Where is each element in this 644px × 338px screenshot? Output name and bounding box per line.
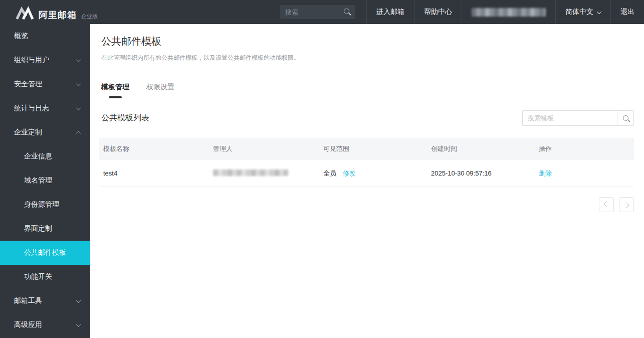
sidebar-item-label: 概览 <box>14 32 28 41</box>
chevron-down-icon <box>76 81 81 86</box>
col-header-manager: 管理人 <box>209 144 319 153</box>
section-title: 公共模板列表 <box>101 113 149 123</box>
search-icon[interactable] <box>344 9 349 14</box>
tab-label: 权限设置 <box>146 83 174 91</box>
chevron-down-icon <box>76 322 81 327</box>
sidebar-item-label: 邮箱工具 <box>14 296 42 305</box>
col-header-visibility: 可见范围 <box>319 144 427 153</box>
delete-link[interactable]: 删除 <box>539 170 552 177</box>
account-name-redacted <box>472 8 546 17</box>
tab-bar: 模板管理 权限设置 <box>90 70 644 98</box>
sidebar-item-label: 组织与用户 <box>14 56 49 65</box>
table-header-row: 模板名称 管理人 可见范围 创建时间 操作 <box>99 138 634 160</box>
topbar: 阿里邮箱 企业版 进入邮箱 帮助中心 简体中文 退出 <box>0 0 644 24</box>
sidebar-item-enterprise-info[interactable]: 企业信息 <box>0 144 90 168</box>
sidebar-item-label: 高级应用 <box>14 320 42 329</box>
sidebar-item-label: 域名管理 <box>24 176 52 185</box>
sidebar-nav: 概览 组织与用户 安全管理 统计与日志 企业定制 企业信息 域名 <box>0 24 90 338</box>
col-header-template-name: 模板名称 <box>99 144 209 153</box>
chevron-up-icon <box>76 130 81 135</box>
sidebar-item-identity-source[interactable]: 身份源管理 <box>0 193 90 217</box>
sidebar-item-label: 界面定制 <box>24 224 52 233</box>
cell-manager <box>209 170 319 178</box>
alimail-logo-icon <box>15 6 34 21</box>
logout-button[interactable]: 退出 <box>610 0 644 24</box>
sidebar-item-mail-tools[interactable]: 邮箱工具 <box>0 289 90 313</box>
visibility-value: 全员 <box>323 170 336 177</box>
sidebar-item-label: 企业定制 <box>14 128 42 137</box>
modify-link[interactable]: 修改 <box>343 170 356 177</box>
help-center-label: 帮助中心 <box>424 8 452 17</box>
cell-template-name: test4 <box>99 170 209 177</box>
sidebar-item-label: 身份源管理 <box>24 200 59 209</box>
brand-logo: 阿里邮箱 企业版 <box>0 3 98 21</box>
chevron-down-icon <box>76 105 81 110</box>
template-table: 模板名称 管理人 可见范围 创建时间 操作 test4 全员 修改 2025-1… <box>99 138 634 187</box>
brand-name: 阿里邮箱 <box>39 9 77 21</box>
enter-mailbox-label: 进入邮箱 <box>376 8 404 17</box>
template-search <box>522 110 634 126</box>
manager-name-redacted <box>213 170 288 176</box>
cell-created-time: 2025-10-30 09:57:16 <box>427 170 535 177</box>
sidebar-item-feature-switch[interactable]: 功能开关 <box>0 265 90 289</box>
enter-mailbox-button[interactable]: 进入邮箱 <box>366 0 414 24</box>
chevron-down-icon <box>597 9 602 14</box>
cell-visibility: 全员 修改 <box>319 169 427 178</box>
sidebar-item-label: 统计与日志 <box>14 104 49 113</box>
next-page-button[interactable] <box>619 197 634 212</box>
account-menu[interactable] <box>462 0 555 24</box>
sidebar-item-label: 企业信息 <box>24 152 52 161</box>
list-header: 公共模板列表 <box>90 98 644 138</box>
search-icon <box>623 115 628 121</box>
cell-actions: 删除 <box>535 169 634 178</box>
main-content: 公共邮件模板 在此管理组织内所有的公共邮件模板，以及设置公共邮件模板的功能权限。… <box>90 24 644 338</box>
help-center-button[interactable]: 帮助中心 <box>414 0 462 24</box>
app-window: 阿里邮箱 企业版 进入邮箱 帮助中心 简体中文 退出 概览 <box>0 0 644 338</box>
language-label: 简体中文 <box>565 8 593 17</box>
topbar-search <box>280 5 355 19</box>
sidebar-item-advanced-apps[interactable]: 高级应用 <box>0 313 90 337</box>
template-search-input[interactable] <box>523 111 617 125</box>
brand-edition-badge: 企业版 <box>81 13 98 20</box>
language-selector[interactable]: 简体中文 <box>555 0 610 24</box>
chevron-down-icon <box>76 298 81 303</box>
sidebar-item-ui-custom[interactable]: 界面定制 <box>0 217 90 241</box>
sidebar-item-org-users[interactable]: 组织与用户 <box>0 48 90 72</box>
sidebar-item-overview[interactable]: 概览 <box>0 24 90 48</box>
sidebar-item-enterprise-custom[interactable]: 企业定制 <box>0 120 90 144</box>
sidebar-item-label: 功能开关 <box>24 272 52 281</box>
page-title: 公共邮件模板 <box>101 35 633 48</box>
sidebar-item-security[interactable]: 安全管理 <box>0 72 90 96</box>
sidebar-item-label: 安全管理 <box>14 80 42 89</box>
chevron-right-icon <box>623 203 629 208</box>
prev-page-button[interactable] <box>599 197 614 212</box>
page-header: 公共邮件模板 在此管理组织内所有的公共邮件模板，以及设置公共邮件模板的功能权限。 <box>90 24 644 70</box>
tab-label: 模板管理 <box>101 83 129 91</box>
col-header-actions: 操作 <box>535 144 634 153</box>
tab-permission-settings[interactable]: 权限设置 <box>146 83 174 98</box>
sidebar-item-domain-mgmt[interactable]: 域名管理 <box>0 168 90 193</box>
pagination <box>100 197 634 212</box>
logout-label: 退出 <box>620 8 634 17</box>
table-row: test4 全员 修改 2025-10-30 09:57:16 删除 <box>99 160 634 187</box>
template-search-button[interactable] <box>617 111 633 125</box>
sidebar-item-stats-logs[interactable]: 统计与日志 <box>0 96 90 120</box>
sidebar-item-public-mail-templates[interactable]: 公共邮件模板 <box>0 241 90 265</box>
page-description: 在此管理组织内所有的公共邮件模板，以及设置公共邮件模板的功能权限。 <box>101 54 633 62</box>
chevron-down-icon <box>76 57 81 62</box>
sidebar-item-label: 公共邮件模板 <box>24 248 66 257</box>
chevron-left-icon <box>603 201 609 207</box>
tab-template-management[interactable]: 模板管理 <box>101 83 129 98</box>
col-header-created: 创建时间 <box>427 144 535 153</box>
